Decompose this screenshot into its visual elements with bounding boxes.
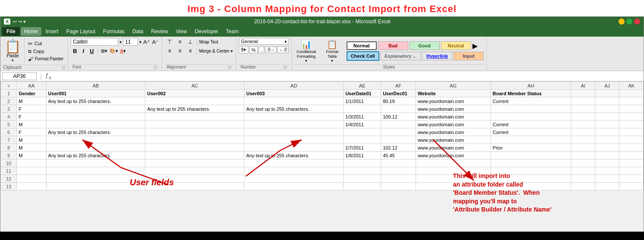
top-align-button[interactable]: ⊤	[165, 38, 174, 46]
table-cell[interactable]: www.yourdomain.com	[416, 152, 491, 159]
view-menu[interactable]: View	[172, 27, 191, 36]
table-cell[interactable]: Any text up to 255 characters.	[46, 128, 145, 136]
table-cell[interactable]	[571, 167, 595, 175]
col-header-ad[interactable]: AD	[244, 82, 344, 90]
increase-decimal-button[interactable]: .0→	[265, 47, 276, 53]
table-cell[interactable]	[244, 159, 344, 167]
table-cell[interactable]	[595, 121, 619, 128]
table-cell[interactable]: 1/7/2011	[344, 144, 381, 152]
decrease-decimal-button[interactable]: ←.0	[277, 47, 288, 53]
table-cell[interactable]	[145, 136, 244, 144]
table-cell[interactable]: UserDate01	[344, 90, 381, 97]
table-cell[interactable]	[46, 159, 145, 167]
table-cell[interactable]	[244, 128, 344, 136]
font-size-input[interactable]	[123, 38, 138, 46]
col-header-ae[interactable]: AE	[344, 82, 381, 90]
table-cell[interactable]	[381, 136, 416, 144]
border-button[interactable]: ⊞▾	[100, 48, 108, 54]
table-cell[interactable]	[381, 159, 416, 167]
font-name-input[interactable]	[71, 38, 118, 46]
table-cell[interactable]	[619, 175, 644, 183]
table-cell[interactable]	[595, 136, 619, 144]
page-layout-menu[interactable]: Page Layout	[63, 27, 99, 36]
developer-menu[interactable]: Developer	[191, 27, 222, 36]
col-header-aj[interactable]: AJ	[595, 82, 619, 90]
table-cell[interactable]	[619, 159, 644, 167]
formula-input[interactable]	[53, 73, 642, 79]
paste-button[interactable]: 📋 Paste ▾	[1, 38, 25, 64]
good-style[interactable]: Good	[410, 41, 440, 50]
center-align-button[interactable]: ≡	[175, 47, 184, 55]
table-cell[interactable]	[244, 175, 344, 183]
bold-button[interactable]: B	[71, 47, 79, 55]
table-cell[interactable]: User001	[46, 90, 145, 97]
table-cell[interactable]	[244, 167, 344, 175]
check-cell-style[interactable]: Check Cell	[347, 51, 379, 61]
increase-font-button[interactable]: A⁺	[143, 38, 150, 46]
table-cell[interactable]	[491, 105, 571, 113]
table-cell[interactable]: F	[17, 105, 46, 113]
normal-style[interactable]: Normal	[347, 41, 377, 50]
table-cell[interactable]	[619, 144, 644, 152]
table-cell[interactable]	[381, 167, 416, 175]
format-table-button[interactable]: 📋 Format Table ▾	[322, 39, 343, 63]
table-cell[interactable]	[595, 152, 619, 159]
table-cell[interactable]	[344, 136, 381, 144]
table-cell[interactable]	[344, 167, 381, 175]
merge-center-button[interactable]: Merge & Center ▾	[199, 48, 233, 54]
table-cell[interactable]	[571, 105, 595, 113]
table-cell[interactable]: 1/1/2011	[344, 97, 381, 105]
table-cell[interactable]	[619, 113, 644, 121]
table-cell[interactable]: M	[17, 144, 46, 152]
table-cell[interactable]: Current	[491, 121, 571, 128]
minimize-button[interactable]	[619, 19, 625, 25]
table-cell[interactable]: Board Member Status	[491, 90, 571, 97]
table-cell[interactable]: Any text up to 255 characters.	[244, 105, 344, 113]
insert-menu[interactable]: Insert	[42, 27, 62, 36]
table-cell[interactable]	[571, 97, 595, 105]
table-cell[interactable]	[595, 90, 619, 97]
table-cell[interactable]: 1/3/2011	[344, 113, 381, 121]
table-cell[interactable]: Any text up to 255 characters.	[46, 97, 145, 105]
table-cell[interactable]: www.yourdomain.com	[416, 121, 491, 128]
table-cell[interactable]	[381, 128, 416, 136]
table-cell[interactable]	[344, 159, 381, 167]
col-header-aa[interactable]: AA	[17, 82, 46, 90]
table-cell[interactable]	[344, 175, 381, 183]
table-cell[interactable]	[595, 113, 619, 121]
table-cell[interactable]	[571, 121, 595, 128]
right-align-button[interactable]: ≡	[185, 47, 195, 55]
table-cell[interactable]	[571, 90, 595, 97]
table-cell[interactable]	[145, 128, 244, 136]
name-box[interactable]	[2, 72, 37, 80]
table-cell[interactable]	[145, 144, 244, 152]
table-cell[interactable]	[491, 113, 571, 121]
table-cell[interactable]	[244, 183, 344, 190]
col-header-ac[interactable]: AC	[145, 82, 244, 90]
table-cell[interactable]: UserDec01	[381, 90, 416, 97]
table-cell[interactable]	[619, 152, 644, 159]
underline-button[interactable]: U	[88, 47, 96, 55]
table-cell[interactable]	[595, 97, 619, 105]
table-cell[interactable]	[46, 113, 145, 121]
close-button[interactable]	[634, 19, 640, 25]
col-header-ag[interactable]: AG	[416, 82, 491, 90]
table-cell[interactable]: User002	[145, 90, 244, 97]
table-cell[interactable]	[145, 113, 244, 121]
formulas-menu[interactable]: Formulas	[100, 27, 128, 36]
hyperlink-style[interactable]: Hyperlink	[422, 52, 452, 60]
number-format-dropdown[interactable]: ▾	[284, 39, 287, 44]
bottom-align-button[interactable]: ⊥	[185, 38, 195, 46]
table-cell[interactable]: Current	[491, 97, 571, 105]
team-menu[interactable]: Team	[222, 27, 242, 36]
table-cell[interactable]	[46, 105, 145, 113]
table-cell[interactable]	[244, 113, 344, 121]
undo-btn[interactable]: ↩ ↪ ▾	[13, 19, 26, 25]
table-cell[interactable]: User003	[244, 90, 344, 97]
table-cell[interactable]: 1/8/2011	[344, 152, 381, 159]
table-cell[interactable]	[595, 183, 619, 190]
table-cell[interactable]	[491, 152, 571, 159]
table-cell[interactable]	[595, 159, 619, 167]
table-cell[interactable]	[17, 167, 46, 175]
table-cell[interactable]	[595, 105, 619, 113]
